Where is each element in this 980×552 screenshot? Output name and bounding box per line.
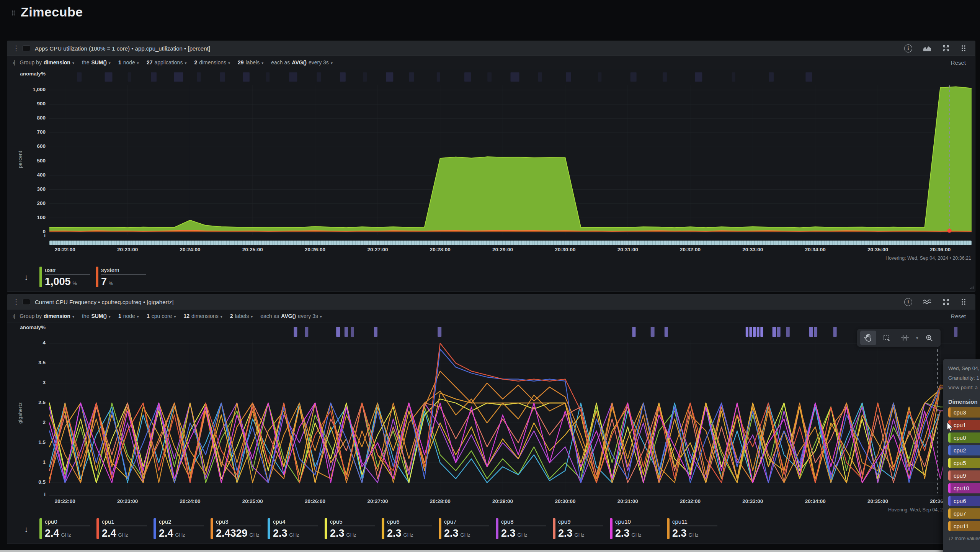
tooltip-dimension-row-cpu3[interactable]: cpu3 bbox=[948, 407, 980, 418]
legend-item-user[interactable]: user1,005% bbox=[39, 267, 96, 288]
tooltip-dimension-row-cpu5[interactable]: cpu5 bbox=[948, 458, 980, 468]
legend-item-cpu3[interactable]: cpu32.4329GHz bbox=[211, 518, 268, 540]
filter-chip-SUM()[interactable]: theSUM()▾ bbox=[82, 313, 111, 319]
anomaly-bar bbox=[317, 72, 321, 82]
legend-item-system[interactable]: system7% bbox=[96, 267, 152, 288]
tooltip-dimension-row-cpu0[interactable]: cpu0 bbox=[948, 432, 980, 443]
chip-label: Group by bbox=[20, 313, 42, 319]
legend-item-cpu0[interactable]: cpu02.4GHz bbox=[39, 518, 96, 540]
filter-chip-AVG()[interactable]: each asAVG()every 3s▾ bbox=[260, 313, 322, 319]
pan-tool-button[interactable] bbox=[860, 331, 876, 345]
legend-item-cpu1[interactable]: cpu12.4GHz bbox=[96, 518, 154, 540]
cpu-utilization-chart[interactable] bbox=[7, 69, 975, 246]
filter-chip-1[interactable]: 1cpu core▾ bbox=[147, 313, 176, 319]
legend-item-cpu6[interactable]: cpu62.3GHz bbox=[382, 518, 439, 540]
fullscreen-icon[interactable] bbox=[942, 298, 950, 306]
y-tick-label: 0.5 bbox=[7, 479, 46, 485]
anomaly-bar bbox=[243, 72, 250, 82]
dimension-color-bar bbox=[948, 420, 951, 430]
filter-chip-12[interactable]: 12dimensions▾ bbox=[183, 313, 222, 319]
x-axis: 20:22:0020:23:0020:24:0020:25:0020:26:00… bbox=[7, 497, 975, 506]
legend-dimension-name: cpu3 bbox=[216, 518, 261, 525]
box-select-tool-button[interactable] bbox=[879, 331, 895, 345]
filter-chip-dimension[interactable]: Group bydimension▾ bbox=[20, 313, 74, 319]
reset-button[interactable]: Reset bbox=[951, 313, 970, 319]
cpu-frequency-plot[interactable]: anomaly% gigahertz i bbox=[7, 323, 975, 497]
legend-divider bbox=[45, 526, 90, 526]
anomaly-bar bbox=[632, 327, 635, 337]
legend-value: 2.4329GHz bbox=[216, 528, 261, 540]
chevron-down-icon[interactable]: ▾ bbox=[916, 336, 918, 341]
filter-chip-2[interactable]: 2dimensions▾ bbox=[194, 59, 230, 66]
legend-item-body: cpu52.3GHz bbox=[330, 518, 375, 540]
horizontal-select-tool-button[interactable] bbox=[897, 331, 913, 345]
area-chart-type-icon[interactable] bbox=[923, 45, 931, 52]
legend-color-bar bbox=[39, 518, 42, 539]
anomaly-bar bbox=[128, 72, 131, 82]
legend-color-bar bbox=[211, 518, 213, 539]
legend-sort-arrow-icon[interactable]: ↓ bbox=[24, 525, 39, 534]
tooltip-dimension-row-cpu11[interactable]: cpu11 bbox=[948, 521, 980, 531]
x-tick-label: 20:22:00 bbox=[47, 247, 83, 252]
drag-handle-icon[interactable] bbox=[960, 298, 967, 306]
filter-chip-dimension[interactable]: Group bydimension▾ bbox=[20, 59, 74, 66]
filter-chip-1[interactable]: 1node▾ bbox=[118, 313, 139, 319]
filter-chip-1[interactable]: 1node▾ bbox=[118, 59, 139, 66]
anomaly-bar bbox=[777, 327, 781, 337]
legend-item-body: cpu32.4329GHz bbox=[216, 518, 261, 540]
legend-item-cpu11[interactable]: cpu112.3GHz bbox=[667, 518, 724, 540]
legend-item-cpu9[interactable]: cpu92.3GHz bbox=[553, 518, 610, 540]
kebab-menu-icon[interactable]: ⋮ bbox=[13, 44, 21, 52]
legend-item-cpu7[interactable]: cpu72.3GHz bbox=[439, 518, 496, 540]
tooltip-dimension-row-cpu2[interactable]: cpu2 bbox=[948, 445, 980, 455]
chip-value: 2 bbox=[194, 59, 197, 66]
legend-sort-arrow-icon[interactable]: ↓ bbox=[24, 273, 39, 282]
legend-item-cpu4[interactable]: cpu42.3GHz bbox=[268, 518, 325, 540]
cpu-utilization-plot[interactable]: anomaly% percent i 1,0009008007006005004… bbox=[7, 69, 975, 246]
filter-chip-29[interactable]: 29labels▾ bbox=[238, 59, 263, 66]
resize-handle-icon[interactable] bbox=[969, 284, 974, 291]
legend-item-cpu10[interactable]: cpu102.3GHz bbox=[610, 518, 667, 540]
filter-chip-AVG()[interactable]: each asAVG()every 3s▾ bbox=[271, 59, 333, 66]
legend-value: 2.3GHz bbox=[273, 528, 318, 540]
legend-value: 2.4GHz bbox=[159, 528, 204, 540]
window-edge bbox=[0, 550, 980, 552]
tooltip-dimension-row-cpu10[interactable]: cpu10 bbox=[948, 483, 980, 493]
timeline-selection-strip[interactable] bbox=[49, 241, 972, 245]
chip-label: the bbox=[82, 59, 89, 66]
crosshair-dot bbox=[947, 229, 952, 233]
legend-item-cpu8[interactable]: cpu82.3GHz bbox=[496, 518, 553, 540]
info-icon[interactable]: i bbox=[904, 298, 912, 306]
filter-chip-SUM()[interactable]: theSUM()▾ bbox=[82, 59, 111, 66]
zoom-in-tool-button[interactable] bbox=[921, 331, 938, 345]
tooltip-dimension-row-cpu6[interactable]: cpu6 bbox=[948, 496, 980, 506]
chip-value: AVG() bbox=[281, 313, 296, 319]
chip-value: 2 bbox=[230, 313, 233, 319]
reset-button[interactable]: Reset bbox=[951, 59, 970, 66]
x-tick-label: 20:24:00 bbox=[172, 498, 208, 504]
drag-handle-icon[interactable] bbox=[960, 44, 967, 52]
legend-item-cpu5[interactable]: cpu52.3GHz bbox=[325, 518, 382, 540]
filter-chip-27[interactable]: 27applications▾ bbox=[147, 59, 187, 66]
tooltip-header: Wed, Sep 04,Granularity: 1View point: a bbox=[948, 364, 980, 392]
line-chart-type-icon[interactable] bbox=[923, 299, 931, 305]
tooltip-dimension-row-cpu7[interactable]: cpu7 bbox=[948, 508, 980, 519]
cpu-frequency-chart[interactable] bbox=[7, 323, 975, 497]
info-icon[interactable]: i bbox=[904, 44, 912, 52]
legend-value: 2.3GHz bbox=[558, 528, 603, 540]
tooltip-dimension-row-cpu9[interactable]: cpu9 bbox=[948, 470, 980, 481]
kebab-menu-icon[interactable]: ⋮ bbox=[13, 298, 21, 306]
anomaly-bar bbox=[651, 327, 655, 337]
x-tick-label: 20:31:00 bbox=[609, 247, 646, 252]
fullscreen-icon[interactable] bbox=[942, 44, 950, 52]
collapse-icon[interactable]: ›| bbox=[13, 59, 14, 66]
filter-chip-2[interactable]: 2labels▾ bbox=[230, 313, 253, 319]
anomaly-bar bbox=[289, 72, 297, 82]
collapse-icon[interactable]: ›| bbox=[13, 313, 14, 319]
page-drag-handle-icon[interactable] bbox=[11, 10, 15, 18]
y-tick-label: 1,000 bbox=[7, 87, 46, 92]
legend-item-cpu2[interactable]: cpu22.4GHz bbox=[154, 518, 211, 540]
tooltip-dimension-row-cpu1[interactable]: cpu1 bbox=[948, 420, 980, 430]
legend-dimension-name: cpu10 bbox=[615, 518, 660, 525]
tooltip-dimension-label: Dimension bbox=[948, 398, 980, 405]
